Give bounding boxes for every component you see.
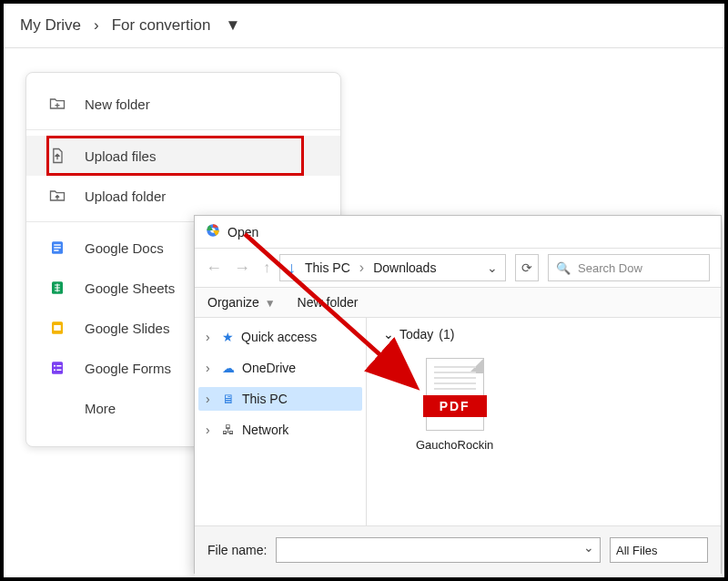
- svg-rect-6: [54, 325, 61, 331]
- menu-label: Upload folder: [85, 189, 166, 204]
- svg-point-8: [54, 365, 56, 367]
- nav-back-forward[interactable]: ← →: [206, 259, 254, 278]
- tree-network[interactable]: › 🖧 Network: [198, 418, 362, 442]
- caret-down-icon[interactable]: ▼: [225, 16, 240, 35]
- svg-rect-3: [54, 250, 58, 251]
- menu-label: More: [85, 401, 116, 416]
- path-folder[interactable]: Downloads: [373, 260, 436, 275]
- chevron-right-icon[interactable]: ›: [206, 392, 215, 406]
- chevron-right-icon[interactable]: ›: [206, 330, 215, 344]
- menu-new-folder[interactable]: New folder: [26, 84, 340, 124]
- breadcrumb[interactable]: My Drive › For convertion ▼: [4, 4, 724, 48]
- pdf-badge: PDF: [423, 395, 487, 417]
- menu-upload-files[interactable]: Upload files: [26, 136, 340, 176]
- chevron-down-icon[interactable]: ⌄: [383, 327, 394, 341]
- menu-label: Upload files: [85, 148, 156, 164]
- network-icon: 🖧: [222, 423, 235, 437]
- menu-label: Google Forms: [85, 361, 171, 376]
- chevron-right-icon[interactable]: ›: [206, 361, 215, 375]
- svg-rect-11: [56, 370, 61, 372]
- menu-upload-folder[interactable]: Upload folder: [26, 176, 340, 216]
- upload-file-icon: [48, 147, 66, 165]
- new-folder-button[interactable]: New folder: [298, 295, 359, 310]
- refresh-button[interactable]: ⟳: [515, 254, 539, 281]
- crumb-folder[interactable]: For convertion: [112, 16, 211, 35]
- group-count: (1): [439, 327, 454, 341]
- file-name-input[interactable]: ⌄: [276, 537, 601, 563]
- chevron-right-icon: ›: [94, 16, 99, 35]
- nav-tree: › ★ Quick access › ☁ OneDrive › 🖥 This P…: [195, 318, 367, 525]
- dialog-title: Open: [228, 225, 258, 240]
- svg-rect-1: [54, 244, 61, 246]
- blank-icon: [48, 399, 66, 417]
- caret-down-icon[interactable]: ⌄: [487, 260, 498, 275]
- upload-folder-icon: [48, 187, 66, 205]
- menu-label: Google Slides: [85, 321, 169, 336]
- crumb-root[interactable]: My Drive: [20, 16, 81, 35]
- file-pane[interactable]: ⌄ Today (1) PDF GauchoRockin: [367, 318, 721, 525]
- organize-menu[interactable]: Organize ▼: [207, 295, 276, 310]
- new-folder-icon: [48, 95, 66, 113]
- svg-rect-7: [52, 362, 63, 374]
- pdf-file-icon: PDF: [426, 358, 484, 431]
- nav-up-icon[interactable]: ↑: [263, 260, 270, 276]
- file-type-filter[interactable]: All Files: [610, 537, 708, 563]
- group-name: Today: [399, 327, 433, 341]
- menu-label: New folder: [85, 97, 150, 112]
- chevron-right-icon: ›: [359, 260, 364, 276]
- cloud-icon: ☁: [222, 361, 235, 375]
- download-arrow-icon: ↓: [288, 259, 296, 278]
- file-open-dialog: Open ← → ↑ ↓ This PC › Downloads ⌄ ⟳ 🔍 S…: [194, 215, 722, 574]
- docs-icon: [48, 239, 66, 257]
- search-icon: 🔍: [556, 261, 571, 275]
- caret-down-icon: ▼: [265, 297, 276, 310]
- tree-onedrive[interactable]: › ☁ OneDrive: [198, 356, 362, 380]
- slides-icon: [48, 319, 66, 337]
- caret-down-icon[interactable]: ⌄: [578, 538, 600, 556]
- menu-label: Google Sheets: [85, 280, 175, 296]
- chevron-right-icon[interactable]: ›: [206, 423, 215, 437]
- tree-quick-access[interactable]: › ★ Quick access: [198, 325, 362, 349]
- search-placeholder: Search Dow: [578, 261, 642, 275]
- forms-icon: [48, 359, 66, 377]
- monitor-icon: 🖥: [222, 392, 235, 406]
- search-input[interactable]: 🔍 Search Dow: [548, 254, 710, 281]
- address-bar[interactable]: ↓ This PC › Downloads ⌄: [279, 254, 506, 281]
- app-icon: [206, 223, 220, 240]
- file-item[interactable]: PDF GauchoRockin: [409, 351, 500, 459]
- star-icon: ★: [222, 330, 234, 344]
- svg-rect-9: [56, 365, 61, 367]
- svg-point-10: [54, 369, 56, 371]
- menu-label: Google Docs: [85, 240, 164, 256]
- file-name-label: File name:: [207, 543, 267, 557]
- path-root[interactable]: This PC: [305, 260, 350, 275]
- group-header[interactable]: ⌄ Today (1): [383, 327, 704, 341]
- tree-this-pc[interactable]: › 🖥 This PC: [198, 387, 362, 411]
- svg-rect-2: [54, 247, 61, 249]
- file-name: GauchoRockin: [416, 438, 493, 452]
- sheets-icon: [48, 279, 66, 297]
